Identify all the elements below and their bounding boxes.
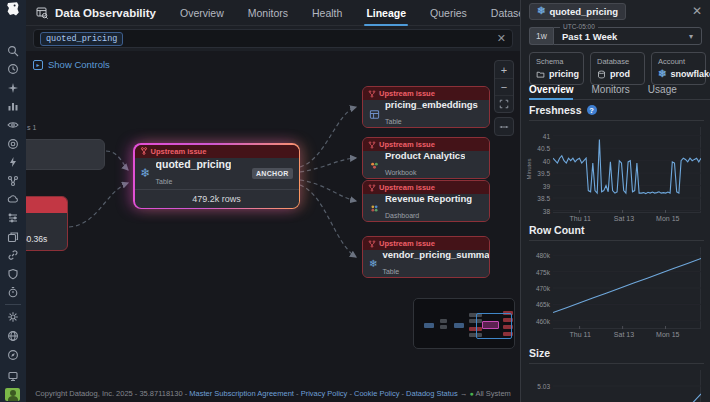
database-icon	[597, 70, 606, 79]
datadog-dog-icon	[4, 0, 22, 18]
dataset-badge[interactable]: ❄ quoted_pricing	[529, 3, 626, 20]
nav-tab-health[interactable]: Health	[312, 0, 342, 26]
history-clock-icon[interactable]	[5, 61, 21, 77]
upstream-issue-banner: Upstream issue	[363, 237, 489, 250]
footer-link[interactable]: Datadog Status	[406, 389, 458, 398]
node-title: quoted_pricing	[156, 158, 232, 170]
meta-card-database[interactable]: Databaseprod	[590, 52, 645, 85]
help-badge-icon[interactable]: ?	[587, 105, 597, 115]
center-view-button[interactable]	[495, 118, 513, 135]
user-avatar[interactable]	[5, 388, 20, 401]
meta-card-account[interactable]: Account❄snowflake	[651, 52, 706, 85]
minimap-node	[440, 319, 447, 323]
downstream-node-vendor_pricing_summary[interactable]: Upstream issue❄vendor_pricing_summaryTab…	[362, 236, 490, 278]
meta-cards: SchemapricingDatabaseprodAccount❄snowfla…	[529, 52, 706, 85]
lineage-search-input[interactable]: quoted_pricing ✕	[33, 29, 513, 48]
y-tick-label: 40.5	[537, 145, 550, 152]
search-icon[interactable]	[5, 43, 21, 59]
lineage-issue-icon	[368, 240, 376, 248]
lineage-canvas[interactable]: ▸ Show Controls s 1 vg: 50.36s Upstream …	[26, 51, 520, 402]
panel-tab-overview[interactable]: Overview	[529, 84, 573, 99]
time-range-selector: 1w UTC-05:00 Past 1 Week ▾	[529, 27, 702, 45]
panel-tab-usage[interactable]: Usage	[648, 84, 677, 99]
card-label: Account	[658, 57, 699, 66]
globe-icon[interactable]	[5, 328, 21, 344]
upstream-node-partial[interactable]	[26, 139, 105, 170]
timer-icon[interactable]	[5, 284, 21, 300]
x-tick-label: Sat 13	[614, 215, 634, 222]
minimap[interactable]	[413, 298, 515, 349]
data-observability-icon	[36, 7, 48, 19]
chart-plot-area[interactable]	[553, 370, 701, 402]
upstream-issue-banner: Upstream issue	[363, 181, 489, 194]
card-value: snowflake	[670, 69, 710, 79]
bolt-icon[interactable]	[5, 154, 21, 170]
footer-link[interactable]: Master Subscription Agreement	[189, 389, 294, 398]
upstream-node-footer: vg: 50.36s	[26, 234, 47, 244]
datadog-logo[interactable]	[0, 0, 26, 18]
sidebar-icon-list	[5, 40, 21, 365]
bar-chart-icon[interactable]	[5, 98, 21, 114]
layers-icon[interactable]	[5, 229, 21, 245]
x-tick-label: Sat 13	[614, 331, 634, 338]
lineage-issue-icon	[368, 141, 376, 149]
gear-icon[interactable]	[5, 309, 21, 325]
snowflake-icon: ❄	[141, 167, 151, 179]
sidebar-bottom-icons	[5, 365, 21, 402]
stream-icon[interactable]	[5, 210, 21, 226]
time-range-value: Past 1 Week	[562, 31, 617, 42]
eye-icon[interactable]	[5, 117, 21, 133]
group-label: s 1	[27, 124, 36, 131]
search-token[interactable]: quoted_pricing	[40, 32, 123, 46]
banner-label: Upstream issue	[379, 89, 435, 98]
close-panel-icon[interactable]: ✕	[692, 5, 702, 17]
node-subtitle: Workbook	[385, 169, 416, 176]
zoom-in-button[interactable]: +	[495, 61, 513, 78]
upstream-issue-banner	[26, 197, 67, 213]
lineage-issue-icon	[368, 184, 376, 192]
meta-card-schema[interactable]: Schemapricing	[529, 52, 584, 85]
nav-tab-queries[interactable]: Queries	[430, 0, 467, 26]
clear-search-icon[interactable]: ✕	[497, 33, 506, 44]
zoom-out-button[interactable]: −	[495, 78, 513, 95]
upstream-node-issue-partial[interactable]: vg: 50.36s	[26, 196, 68, 251]
host-icon[interactable]	[5, 368, 21, 384]
nav-tab-monitors[interactable]: Monitors	[248, 0, 288, 26]
downstream-node-Revenue Reporting[interactable]: Upstream issueRevenue ReportingDashboard	[362, 180, 490, 222]
sparkles-icon[interactable]	[5, 80, 21, 96]
dashboard-icon	[369, 203, 380, 214]
footer: Copyright Datadog, Inc. 2025 - 35.871181…	[26, 389, 520, 398]
downstream-node-Product Analytics[interactable]: Upstream issueProduct AnalyticsWorkbook	[362, 137, 490, 179]
nav-tab-lineage[interactable]: Lineage	[366, 0, 406, 26]
show-controls-button[interactable]: ▸ Show Controls	[33, 59, 110, 70]
banner-label: Upstream issue	[379, 140, 435, 149]
rings-icon[interactable]	[5, 136, 21, 152]
y-tick-label: 38.5	[537, 195, 550, 202]
minimap-viewport[interactable]	[476, 313, 512, 339]
lineage-issue-icon	[140, 147, 148, 155]
panel-tab-monitors[interactable]: Monitors	[591, 84, 629, 99]
node-subtitle: Table	[382, 268, 399, 275]
nav-tab-overview[interactable]: Overview	[180, 0, 224, 26]
time-range-chip[interactable]: 1w	[529, 27, 553, 45]
cloud-icon[interactable]	[5, 191, 21, 207]
panel-header: ❄ quoted_pricing ✕	[521, 0, 710, 22]
time-range-dropdown[interactable]: UTC-05:00 Past 1 Week ▾	[553, 27, 702, 45]
banner-label: Upstream issue	[151, 147, 207, 156]
link-icon[interactable]	[5, 247, 21, 263]
compass-icon[interactable]	[5, 347, 21, 363]
footer-link[interactable]: Cookie Policy	[354, 389, 399, 398]
downstream-node-pricing_embeddings[interactable]: Upstream issuepricing_embeddingsTable	[362, 86, 490, 128]
chart-plot-area[interactable]	[553, 127, 701, 213]
banner-label: Upstream issue	[379, 183, 435, 192]
node-subtitle: Table	[156, 178, 173, 185]
y-tick-label: 465k	[536, 301, 550, 308]
x-tick-label: Thu 11	[570, 331, 591, 338]
shield-icon[interactable]	[5, 266, 21, 282]
chart-plot-area[interactable]	[553, 247, 701, 329]
anchor-node-quoted-pricing[interactable]: Upstream issue ❄ quoted_pricing Table AN…	[133, 143, 300, 209]
footer-link[interactable]: Privacy Policy	[301, 389, 348, 398]
cluster-icon[interactable]	[5, 173, 21, 189]
fit-screen-button[interactable]	[495, 95, 513, 112]
minimap-node	[440, 325, 447, 329]
